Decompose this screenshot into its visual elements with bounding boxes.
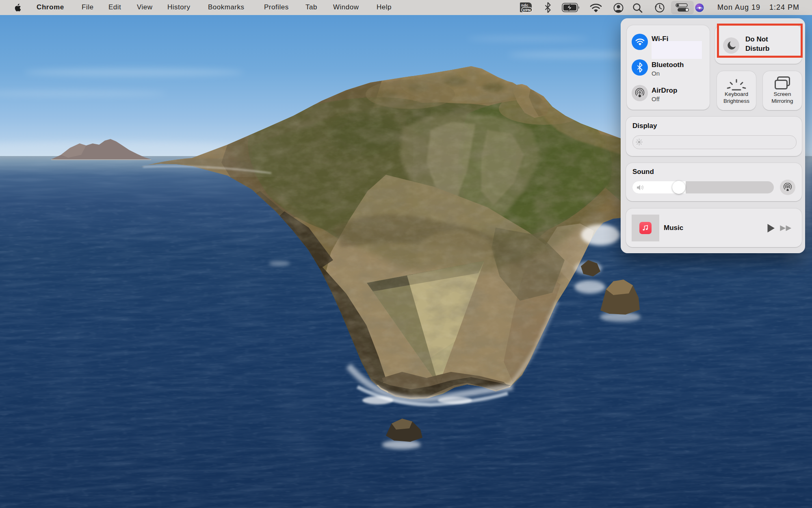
- svg-text:VPN: VPN: [523, 8, 531, 12]
- svg-text:ndc: ndc: [521, 3, 528, 7]
